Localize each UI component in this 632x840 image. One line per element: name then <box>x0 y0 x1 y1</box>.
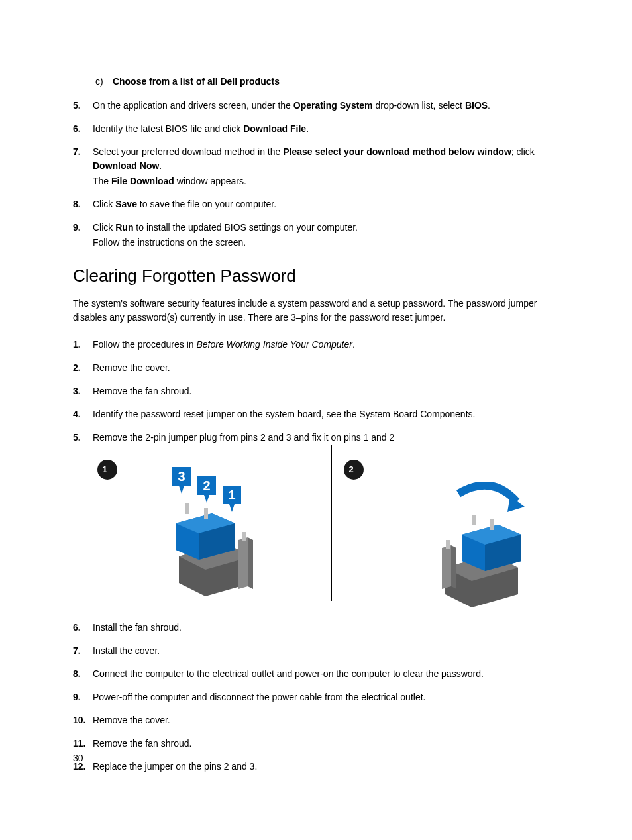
step-number: 6. <box>73 621 93 635</box>
figure-row: 1 3 2 1 <box>93 455 559 601</box>
section-heading: Clearing Forgotten Password <box>73 266 559 286</box>
svg-rect-35 <box>490 519 494 530</box>
step-number: 7. <box>73 145 93 188</box>
step-number: 1. <box>73 338 93 352</box>
svg-text:1: 1 <box>102 464 107 474</box>
svg-rect-34 <box>472 515 476 525</box>
step-item: 7.Install the cover. <box>73 644 559 658</box>
svg-text:2: 2 <box>203 478 210 493</box>
step-marker-2-icon: 2 <box>343 459 364 480</box>
step-number: 6. <box>73 122 93 136</box>
page-content: c) Choose from a list of all Dell produc… <box>0 0 632 774</box>
step-item: 12.Replace the jumper on the pins 2 and … <box>73 760 559 774</box>
step-text: Replace the jumper on the pins 2 and 3. <box>93 760 559 774</box>
svg-marker-19 <box>238 537 248 589</box>
sublist-text: Choose from a list of all Dell products <box>113 76 280 87</box>
step-marker-1-icon: 1 <box>97 459 118 480</box>
svg-rect-18 <box>204 508 208 519</box>
step-number: 3. <box>73 384 93 398</box>
step-item: 9.Power-off the computer and disconnect … <box>73 690 559 704</box>
step-text: Remove the fan shroud. <box>93 737 559 751</box>
sublist-item: c) Choose from a list of all Dell produc… <box>95 76 559 87</box>
svg-rect-17 <box>185 503 189 514</box>
step-number: 4. <box>73 407 93 421</box>
step-item: 5.On the application and drivers screen,… <box>73 99 559 113</box>
step-item: 11.Remove the fan shroud. <box>73 737 559 751</box>
svg-text:3: 3 <box>178 469 185 484</box>
step-text: Select your preferred download method in… <box>93 145 559 188</box>
step-text: Install the cover. <box>93 644 559 658</box>
step-number: 10. <box>73 713 93 727</box>
svg-rect-30 <box>446 540 450 549</box>
page-number: 30 <box>73 753 83 763</box>
step-number: 8. <box>73 197 93 211</box>
svg-marker-10 <box>229 504 235 512</box>
figure-panel-2: 2 <box>339 455 559 601</box>
steps-after-figure: 6.Install the fan shroud.7.Install the c… <box>73 621 559 774</box>
step-item: 7.Select your preferred download method … <box>73 145 559 188</box>
step-text: Identify the latest BIOS file and click … <box>93 122 559 136</box>
step-text: Remove the cover. <box>93 713 559 727</box>
step-text: Connect the computer to the electrical o… <box>93 667 559 681</box>
step-text: Remove the 2-pin jumper plug from pins 2… <box>93 431 559 445</box>
step-text: Install the fan shroud. <box>93 621 559 635</box>
step-item: 4.Identify the password reset jumper on … <box>73 407 559 421</box>
top-steps: 5.On the application and drivers screen,… <box>73 99 559 250</box>
svg-marker-28 <box>442 545 451 589</box>
step-number: 9. <box>73 221 93 250</box>
step-text: On the application and drivers screen, u… <box>93 99 559 113</box>
step-item: 8.Connect the computer to the electrical… <box>73 667 559 681</box>
step-item: 5.Remove the 2-pin jumper plug from pins… <box>73 431 559 445</box>
steps-before-figure: 1.Follow the procedures in Before Workin… <box>73 338 559 445</box>
svg-text:1: 1 <box>228 488 235 502</box>
svg-marker-20 <box>248 537 253 589</box>
svg-marker-4 <box>179 486 184 494</box>
step-number: 9. <box>73 690 93 704</box>
svg-text:2: 2 <box>348 464 353 474</box>
step-text: Identify the password reset jumper on th… <box>93 407 559 421</box>
figure-divider <box>331 445 332 601</box>
jumper-diagram-2 <box>432 482 564 607</box>
step-item: 3.Remove the fan shroud. <box>73 384 559 398</box>
step-text: Power-off the computer and disconnect th… <box>93 690 559 704</box>
svg-marker-29 <box>451 545 456 589</box>
step-text: Remove the fan shroud. <box>93 384 559 398</box>
step-item: 6.Identify the latest BIOS file and clic… <box>73 122 559 136</box>
sublist-letter: c) <box>95 76 110 87</box>
jumper-diagram-1: 3 2 1 <box>172 467 298 600</box>
step-text: Follow the procedures in Before Working … <box>93 338 559 352</box>
step-item: 10.Remove the cover. <box>73 713 559 727</box>
step-item: 6.Install the fan shroud. <box>73 621 559 635</box>
svg-marker-7 <box>204 495 209 503</box>
step-item: 2.Remove the cover. <box>73 361 559 375</box>
svg-rect-21 <box>242 532 246 541</box>
step-item: 9.Click Run to install the updated BIOS … <box>73 221 559 250</box>
step-number: 5. <box>73 431 93 445</box>
step-number: 8. <box>73 667 93 681</box>
intro-paragraph: The system's software security features … <box>73 297 559 325</box>
step-number: 5. <box>73 99 93 113</box>
figure-panel-1: 1 3 2 1 <box>93 455 313 601</box>
step-number: 2. <box>73 361 93 375</box>
step-text: Click Save to save the file on your comp… <box>93 197 559 211</box>
step-number: 7. <box>73 644 93 658</box>
step-text: Remove the cover. <box>93 361 559 375</box>
step-item: 1.Follow the procedures in Before Workin… <box>73 338 559 352</box>
step-item: 8.Click Save to save the file on your co… <box>73 197 559 211</box>
step-number: 11. <box>73 737 93 751</box>
step-text: Click Run to install the updated BIOS se… <box>93 221 559 250</box>
